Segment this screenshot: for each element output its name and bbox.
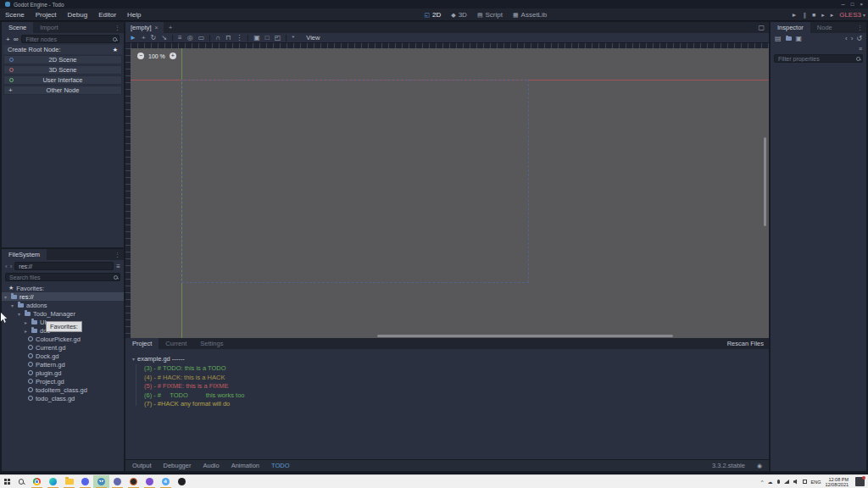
menu-help[interactable]: Help [127,11,141,19]
select-tool-icon[interactable]: ► [130,34,136,42]
microphone-icon[interactable] [777,480,780,484]
taskbar-viber[interactable] [142,475,158,488]
tree-item-current[interactable]: Current.gd [2,343,124,352]
tab-settings[interactable]: Settings [193,338,230,349]
action-center-icon[interactable] [855,477,865,486]
tab-import[interactable]: Import [33,22,64,33]
language-indicator[interactable]: ENG [811,480,821,485]
close-button[interactable]: × [860,2,863,7]
panel-output[interactable]: Output [132,462,152,469]
ruler-tool-icon[interactable]: ▭ [198,34,205,42]
create-other-node-button[interactable]: + Other Node [3,86,122,95]
play-custom-scene-button[interactable]: ▸ [831,12,834,19]
scene-tab-empty[interactable]: [empty] × [125,22,164,33]
horizontal-scrollbar[interactable] [377,335,673,337]
menu-scene[interactable]: Scene [5,11,25,19]
tree-item-res-root[interactable]: ▾ res:// [2,292,124,301]
expand-arrow-icon[interactable]: ▸ [25,328,29,334]
zoom-in-button[interactable]: + [170,53,176,59]
unlock-object-icon[interactable]: □ [265,34,270,42]
volume-icon[interactable] [793,480,798,485]
dock-menu-icon[interactable]: ⋮ [857,22,866,33]
taskbar-chrome[interactable] [29,475,45,488]
start-button[interactable] [0,475,14,488]
history-forward-icon[interactable]: › [851,35,854,42]
play-button[interactable]: ► [791,12,797,18]
workspace-assetlib[interactable]: ▦AssetLib [513,11,547,19]
skeleton-options-icon[interactable]: * [292,34,294,42]
tree-item-todoitem-class[interactable]: todoItem_class.gd [2,385,124,394]
dock-menu-icon[interactable]: ⋮ [114,22,124,33]
create-3d-scene-button[interactable]: 3D Scene [3,65,122,75]
renderer-select[interactable]: GLES3▾ [839,11,865,19]
workspace-3d[interactable]: ◆3D [451,11,467,19]
favorite-star-icon[interactable]: ★ [113,47,118,53]
close-icon[interactable]: × [155,25,159,30]
taskbar-streaming-app[interactable] [125,475,142,488]
filter-properties-input[interactable] [774,54,863,63]
distraction-free-icon[interactable]: ▢ [758,22,769,33]
hidden-icons-chevron[interactable]: ^ [761,480,764,485]
create-user-interface-button[interactable]: User Interface [3,75,122,85]
expand-arrow-icon[interactable]: ▸ [25,319,29,325]
view-menu[interactable]: View [306,34,320,42]
list-select-icon[interactable]: ≡ [178,34,182,42]
collapse-arrow-icon[interactable]: ▾ [132,356,135,362]
panel-audio[interactable]: Audio [203,462,219,469]
2d-viewport[interactable]: − 100 % + [125,43,769,338]
path-input[interactable] [14,262,114,270]
tab-scene[interactable]: Scene [2,22,33,33]
tree-item-project[interactable]: Project.gd [2,377,124,385]
taskbar-godot[interactable] [93,475,109,488]
add-node-button[interactable]: + [6,36,10,43]
snap-options-icon[interactable]: ⋮ [236,34,242,42]
todo-file-header[interactable]: ▾ example.gd ------ [132,354,762,363]
panel-animation[interactable]: Animation [231,462,259,469]
scale-tool-icon[interactable]: ↘ [161,34,167,42]
todo-item[interactable]: (7) - #HACK any format will do [144,400,762,409]
nav-back-button[interactable]: ‹ [5,263,8,270]
maximize-button[interactable]: □ [851,2,854,7]
collapse-arrow-icon[interactable]: ▾ [18,311,22,317]
menu-debug[interactable]: Debug [68,11,88,19]
current-path-field[interactable] [14,262,114,270]
todo-item[interactable]: (4) - # HACK: this is a HACK [144,374,762,383]
tree-item-dock[interactable]: Dock.gd [2,352,124,360]
todo-item[interactable]: (3) - # TODO: this is a TODO [144,364,762,374]
history-back-icon[interactable]: ‹ [845,35,848,42]
canvas-area[interactable]: − 100 % + [131,48,769,338]
save-resource-icon[interactable]: ▣ [796,35,803,42]
history-icon[interactable]: ↺ [856,35,862,42]
search-files-input[interactable] [5,273,120,281]
tray-app-icon[interactable] [803,480,807,484]
taskbar-teams[interactable] [109,475,125,488]
onedrive-cloud-icon[interactable]: ☁ [768,480,773,485]
stop-button[interactable]: ■ [812,12,815,18]
tree-item-colourpicker[interactable]: ColourPicker.gd [2,335,124,343]
tab-project[interactable]: Project [125,338,159,349]
filter-nodes-field[interactable] [21,35,120,43]
menu-editor[interactable]: Editor [98,11,116,19]
move-tool-icon[interactable]: + [142,34,146,42]
tab-current[interactable]: Current [159,338,193,349]
create-2d-scene-button[interactable]: 2D Scene [3,55,122,64]
tab-node[interactable]: Node [810,22,839,33]
pause-button[interactable]: ∥ [803,12,806,19]
todo-item[interactable]: (5) - # FIXME: this is a FIXME [144,382,762,391]
taskbar-photos[interactable] [158,475,174,488]
tree-item-addons[interactable]: ▾ addons [2,301,124,309]
network-icon[interactable] [784,480,789,484]
load-resource-icon[interactable] [786,36,792,41]
menu-project[interactable]: Project [36,11,57,19]
clock[interactable]: 12:08 PM 12/08/2021 [825,477,849,487]
zoom-out-button[interactable]: − [137,53,144,59]
object-properties-icon[interactable]: ≡ [859,46,862,52]
tree-item-pattern[interactable]: Pattern.gd [2,360,124,369]
taskbar-github[interactable] [174,475,190,488]
group-object-icon[interactable]: ◰ [275,34,281,42]
filter-nodes-input[interactable] [21,35,120,43]
panel-debugger[interactable]: Debugger [164,462,192,469]
split-mode-toggle-icon[interactable]: ≡ [116,263,120,270]
minimize-button[interactable]: ─ [842,2,845,7]
tree-item-plugin[interactable]: plugin.gd [2,369,124,377]
